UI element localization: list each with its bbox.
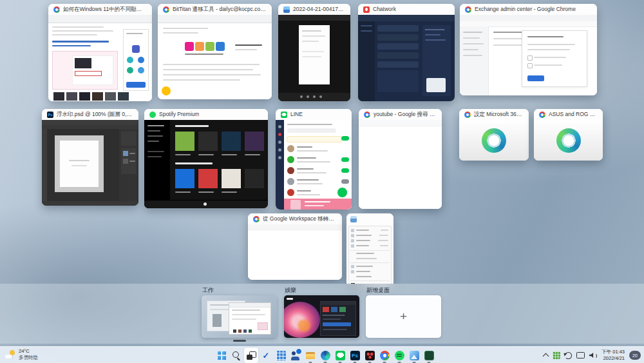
window-title: Spotify Premium <box>159 109 199 120</box>
window-title-bar: 如何在Windows 11中的不同顯示器上設置不同... <box>48 4 152 15</box>
system-tray: 下午 01:43 2022/4/21 20 <box>544 347 641 363</box>
window-thumbnail <box>276 120 352 210</box>
check-icon <box>261 351 271 360</box>
edge-button[interactable] <box>318 348 332 363</box>
taskbar: 24°C 多雲時陰 Ps <box>0 346 644 363</box>
task-view-screen: 如何在Windows 11中的不同顯示器上設置不同... <box>0 0 644 363</box>
spotify-button[interactable] <box>392 348 406 363</box>
window-thumbnail <box>346 224 393 286</box>
window-workspace-migration[interactable]: 從 Google Workspace 移轉商業電子郵... <box>248 213 342 280</box>
window-title: LINE <box>290 109 303 120</box>
capture-app-button[interactable] <box>422 348 436 363</box>
windows-start-icon <box>217 351 227 360</box>
todo-button[interactable] <box>259 348 273 363</box>
window-context-menu-shot[interactable] <box>346 213 393 286</box>
taskbar-weather-widget[interactable]: 24°C 多雲時陰 <box>5 348 38 361</box>
window-title: 2022-04-21-004175.jpg -... <box>293 4 345 15</box>
window-title: 從 Google Workspace 移轉商業電子郵... <box>263 213 337 224</box>
weather-temperature: 24°C <box>19 348 38 355</box>
chevron-up-icon[interactable] <box>543 353 549 360</box>
window-title: youtube - Google 搜尋 和其他 8 個頁面... <box>374 109 437 120</box>
photoshop-icon: Ps <box>47 112 53 118</box>
search-button[interactable] <box>229 348 243 363</box>
window-line[interactable]: LINE <box>276 109 352 210</box>
desktop-thumbnail-work[interactable] <box>202 295 277 338</box>
line-button[interactable] <box>333 348 347 363</box>
photos-button[interactable] <box>407 348 421 363</box>
weather-sun-cloud-icon <box>5 350 15 359</box>
line-icon <box>336 351 345 360</box>
chrome-button[interactable] <box>377 348 392 363</box>
window-thumbnail <box>460 15 597 95</box>
window-bittitan[interactable]: BitTitan 遷移工具 - dailyc@kocpc.com.tw - 電腦… <box>158 4 272 99</box>
file-explorer-button[interactable] <box>303 348 317 363</box>
notification-count-badge[interactable]: 20 <box>629 351 641 360</box>
window-title: ASUS and ROG 2022 Cons... <box>549 109 598 120</box>
task-view-icon <box>247 351 256 360</box>
window-title-bar: LINE <box>276 109 352 120</box>
photoshop-icon: Ps <box>350 351 360 360</box>
window-thumbnail <box>48 15 152 101</box>
new-desktop-button[interactable]: + <box>366 295 441 338</box>
window-title: 浮水印.psd @ 100% (圖層 0, RGB/8) <box>57 109 133 120</box>
window-title-bar: Spotify Premium <box>144 109 268 120</box>
taskbar-clock[interactable]: 下午 01:43 2022/4/21 <box>601 349 625 362</box>
chrome-icon <box>253 216 260 222</box>
edge-icon <box>321 351 330 360</box>
window-title-bar: 設定 Microsoft 365 以進行... <box>459 109 529 120</box>
window-m365-setup[interactable]: 設定 Microsoft 365 以進行... <box>459 109 529 161</box>
window-article-browser[interactable]: 如何在Windows 11中的不同顯示器上設置不同... <box>48 4 152 101</box>
chrome-icon <box>53 6 60 13</box>
chatwork-icon <box>363 6 370 13</box>
desktop-thumbnail-entertainment[interactable] <box>284 295 359 338</box>
chrome-loading-logo <box>556 128 581 153</box>
people-chat-button[interactable] <box>289 348 303 363</box>
volume-icon[interactable] <box>589 352 597 358</box>
folder-icon <box>306 351 316 360</box>
spotify-icon <box>149 112 156 118</box>
weather-condition: 多雲時陰 <box>19 355 38 361</box>
window-thumbnail <box>534 120 603 161</box>
window-title-bar: Exchange admin center - Google Chrome <box>460 4 597 15</box>
window-spotify[interactable]: Spotify Premium <box>144 109 268 208</box>
chrome-icon <box>380 351 390 360</box>
photoshop-button[interactable]: Ps <box>348 348 362 363</box>
clock-date: 2022/4/21 <box>601 355 625 362</box>
calendar-button[interactable] <box>274 348 288 363</box>
window-thumbnail <box>459 120 529 161</box>
window-photo-viewer[interactable]: 2022-04-21-004175.jpg -... <box>278 4 350 101</box>
window-chatwork[interactable]: Chatwork <box>358 4 455 101</box>
window-title-bar: ASUS and ROG 2022 Cons... <box>534 109 603 120</box>
red-app-button[interactable] <box>363 348 377 363</box>
window-title-bar: youtube - Google 搜尋 和其他 8 個頁面... <box>359 109 442 120</box>
start-button[interactable] <box>214 348 229 363</box>
window-title: 如何在Windows 11中的不同顯示器上設置不同... <box>63 4 147 15</box>
window-title-bar: BitTitan 遷移工具 - dailyc@kocpc.com.tw - 電腦… <box>158 4 272 15</box>
window-title: 設定 Microsoft 365 以進行... <box>474 109 524 120</box>
window-thumbnail <box>144 120 268 208</box>
chrome-icon <box>465 6 471 13</box>
tray-green-app-icon[interactable] <box>553 351 560 359</box>
desktop-scroll-indicator <box>233 340 246 342</box>
window-exchange-admin[interactable]: Exchange admin center - Google Chrome <box>460 4 597 95</box>
window-title-bar: Chatwork <box>358 4 455 15</box>
task-view-button[interactable] <box>244 348 258 363</box>
window-asus-rog[interactable]: ASUS and ROG 2022 Cons... <box>534 109 603 161</box>
search-icon <box>232 351 242 360</box>
sync-icon[interactable] <box>565 352 572 359</box>
window-title-bar: 從 Google Workspace 移轉商業電子郵... <box>248 213 342 224</box>
desktop-label-new: 新增桌面 <box>366 286 390 295</box>
window-title: Exchange admin center - Google Chrome <box>475 4 576 15</box>
notification-dot <box>296 348 302 355</box>
screen-capture-icon <box>424 351 434 360</box>
chrome-icon <box>364 112 370 118</box>
tablet-icon[interactable] <box>576 352 585 358</box>
window-youtube-search[interactable]: youtube - Google 搜尋 和其他 8 個頁面... <box>359 109 442 209</box>
window-photoshop[interactable]: Ps 浮水印.psd @ 100% (圖層 0, RGB/8) <box>42 109 138 206</box>
window-thumbnail <box>359 120 442 209</box>
window-thumbnail <box>158 15 272 99</box>
window-title: BitTitan 遷移工具 - dailyc@kocpc.com.tw - 電腦… <box>173 4 267 15</box>
chrome-icon <box>163 6 169 13</box>
spotify-icon <box>395 351 404 360</box>
photos-icon <box>410 351 419 360</box>
